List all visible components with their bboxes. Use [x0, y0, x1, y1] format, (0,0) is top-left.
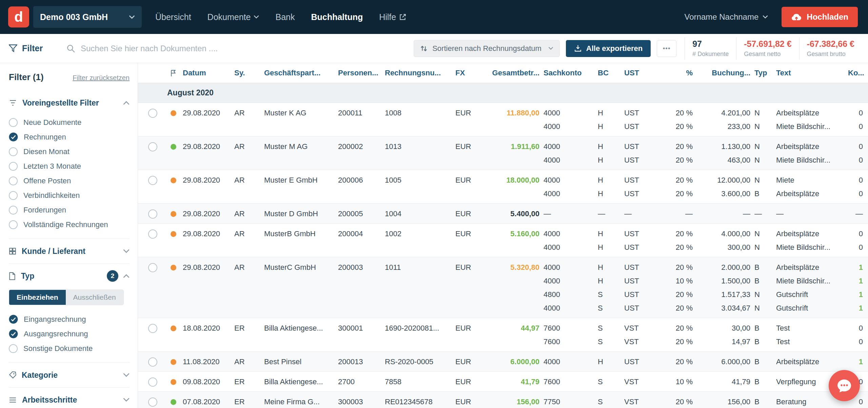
- cell-personenkonto: 200013: [338, 355, 385, 369]
- row-booking-lines: 7750SVST20 %156,00BBeratung0: [544, 395, 867, 408]
- row-select-radio[interactable]: [148, 397, 157, 407]
- filter-option[interactable]: Offene Posten: [9, 173, 130, 188]
- section-header-kunde-lieferant[interactable]: Kunde / Lieferant: [9, 239, 130, 263]
- table-row[interactable]: 29.08.2020ARMusterC GmbH2000031011EUR5.3…: [138, 257, 868, 318]
- column-header-pct[interactable]: %: [657, 69, 697, 77]
- chat-launcher-button[interactable]: [829, 370, 860, 401]
- filter-option-label: Rechnungen: [24, 133, 66, 142]
- cell-buchungsbetrag: 30,00: [697, 321, 754, 335]
- table-row[interactable]: 18.08.2020ERBilla Aktiengese...300001169…: [138, 318, 868, 352]
- nav-item-4-hilfe[interactable]: Hilfe: [379, 12, 407, 22]
- table-row[interactable]: 29.08.2020ARMuster E GmbH2000061005EUR18…: [138, 170, 868, 204]
- column-header-ko[interactable]: Ko...: [848, 69, 867, 77]
- company-selector[interactable]: Demo 003 GmbH: [33, 6, 142, 28]
- table-row[interactable]: 29.08.2020ARMuster D GmbH2000051004EUR5.…: [138, 204, 868, 224]
- cell-text: Miete Bildschir...: [776, 274, 848, 288]
- row-select-radio[interactable]: [148, 377, 157, 387]
- filter-toggle[interactable]: Filter: [9, 43, 51, 53]
- tag-icon: [9, 371, 16, 379]
- column-header-buchung[interactable]: Buchung...: [697, 69, 754, 77]
- column-header-flag[interactable]: [164, 70, 183, 77]
- column-header-partner[interactable]: Geschäftspart...: [264, 69, 338, 77]
- table-row[interactable]: 11.08.2020ARBest Pinsel200013RS-2020-000…: [138, 352, 868, 372]
- count-badge: 2: [107, 270, 118, 282]
- row-select-radio[interactable]: [148, 209, 157, 219]
- nav-item-0-bersicht[interactable]: Übersicht: [155, 12, 191, 22]
- column-header-text[interactable]: Text: [776, 69, 848, 77]
- section-header-arbeitsschritte[interactable]: Arbeitsschritte: [9, 388, 130, 408]
- nav-item-2-bank[interactable]: Bank: [275, 12, 295, 22]
- totals-summary: 97# Dokumente-57.691,82 €Gesamt netto-67…: [685, 37, 862, 60]
- cell-prozent: 20 %: [657, 301, 697, 315]
- app-logo[interactable]: d: [8, 6, 29, 27]
- table-row[interactable]: 29.08.2020ARMuster M AG2000021013EUR1.91…: [138, 136, 868, 170]
- row-booking-lines: 7600SVST20 %30,00BTest07600SVST20 %14,97…: [544, 321, 867, 349]
- nav-item-3-buchhaltung[interactable]: Buchhaltung: [311, 12, 363, 22]
- filter-option[interactable]: Ausgangsrechnung: [9, 327, 130, 341]
- cell-buchungsbetrag: 463,00: [697, 153, 754, 167]
- row-select-radio[interactable]: [148, 229, 157, 239]
- row-document-cells: 29.08.2020ARMuster E GmbH2000061005EUR18…: [141, 173, 544, 201]
- filter-option[interactable]: Vollständige Rechnungen: [9, 217, 130, 232]
- filter-option[interactable]: Sonstige Dokumente: [9, 341, 130, 356]
- filter-option[interactable]: Neue Dokumente: [9, 115, 130, 130]
- column-header-bc[interactable]: BC: [598, 69, 624, 77]
- filter-lines-icon: [9, 99, 17, 106]
- column-header-rechnung[interactable]: Rechnungsnu...: [385, 69, 455, 77]
- filter-option[interactable]: Forderungen: [9, 203, 130, 217]
- checked-circle-icon: [9, 329, 18, 338]
- cell-sachkonto: 7600: [544, 321, 598, 335]
- row-select-radio[interactable]: [148, 176, 157, 185]
- column-header-sy[interactable]: Sy.: [234, 69, 264, 77]
- column-header-typ[interactable]: Typ: [754, 69, 776, 77]
- filter-option[interactable]: Eingangsrechnung: [9, 312, 130, 327]
- cell-ust: UST: [624, 187, 657, 201]
- row-booking-lines: 4000HUST20 %4.000,00NArbeitsplätze04000H…: [544, 227, 867, 254]
- section-header-kategorie[interactable]: Kategorie: [9, 363, 130, 387]
- column-header-datum[interactable]: Datum: [183, 69, 234, 77]
- user-menu[interactable]: Vorname Nachname: [685, 12, 768, 22]
- table-row[interactable]: 09.08.2020ERBilla Aktiengese...27007858E…: [138, 372, 868, 392]
- filter-option[interactable]: Verbindlichkeiten: [9, 188, 130, 203]
- include-button[interactable]: Einbeziehen: [9, 290, 66, 305]
- section-header-typ[interactable]: Typ2: [9, 264, 130, 288]
- cell-typ: B: [754, 187, 776, 201]
- sort-button[interactable]: Sortieren nach Rechnungsdatum: [414, 40, 560, 57]
- row-select-radio[interactable]: [148, 263, 157, 272]
- column-header-ust[interactable]: UST: [624, 69, 657, 77]
- cell-konto-count: 0: [848, 173, 867, 187]
- booking-line: 4000HUST20 %12.000,00NMiete0: [544, 173, 867, 187]
- table-row[interactable]: 07.08.2020ERMeine Firma G...300003RE0123…: [138, 392, 868, 408]
- cell-sachkonto: 4000: [544, 153, 598, 167]
- upload-button[interactable]: Hochladen: [782, 7, 858, 27]
- checked-circle-icon: [9, 315, 18, 324]
- export-all-button[interactable]: Alle exportieren: [566, 40, 651, 57]
- row-select-radio[interactable]: [148, 324, 157, 333]
- group-header-row[interactable]: August 2020: [138, 83, 868, 103]
- cell-text: Arbeitsplätze: [776, 187, 848, 201]
- cell-bc: H: [598, 187, 624, 201]
- cell-geschaeftspartner: Meine Firma G...: [264, 395, 338, 408]
- filter-option[interactable]: Diesen Monat: [9, 144, 130, 159]
- column-header-sachkonto[interactable]: Sachkonto: [544, 69, 598, 77]
- filter-option[interactable]: Letzten 3 Monate: [9, 159, 130, 173]
- reset-filters-link[interactable]: Filter zurücksetzen: [73, 74, 130, 82]
- filter-option[interactable]: Rechnungen: [9, 130, 130, 144]
- section-header-voreingestellte-filter[interactable]: Voreingestellte Filter: [9, 91, 130, 115]
- cell-buchungsbetrag: 2.000,00: [697, 261, 754, 274]
- column-header-fx[interactable]: FX: [455, 69, 487, 77]
- nav-item-1-dokumente[interactable]: Dokumente: [208, 12, 259, 22]
- row-select-radio[interactable]: [148, 357, 157, 367]
- cell-personenkonto: 200003: [338, 261, 385, 274]
- sidebar-title: Filter (1): [9, 72, 44, 82]
- row-select-radio[interactable]: [148, 142, 157, 151]
- more-actions-button[interactable]: •••: [657, 40, 676, 57]
- search-input[interactable]: [81, 44, 408, 53]
- column-header-gesamt[interactable]: Gesamtbetr...: [487, 69, 544, 77]
- table-row[interactable]: 29.08.2020ARMusterB GmbH2000041002EUR5.1…: [138, 224, 868, 257]
- row-select-radio[interactable]: [148, 109, 157, 118]
- exclude-button[interactable]: Ausschließen: [66, 290, 123, 305]
- column-header-personen[interactable]: Personen...: [338, 69, 385, 77]
- table-row[interactable]: 29.08.2020ARMuster K AG2000111008EUR11.8…: [138, 103, 868, 136]
- cell-konto-count: —: [848, 207, 867, 221]
